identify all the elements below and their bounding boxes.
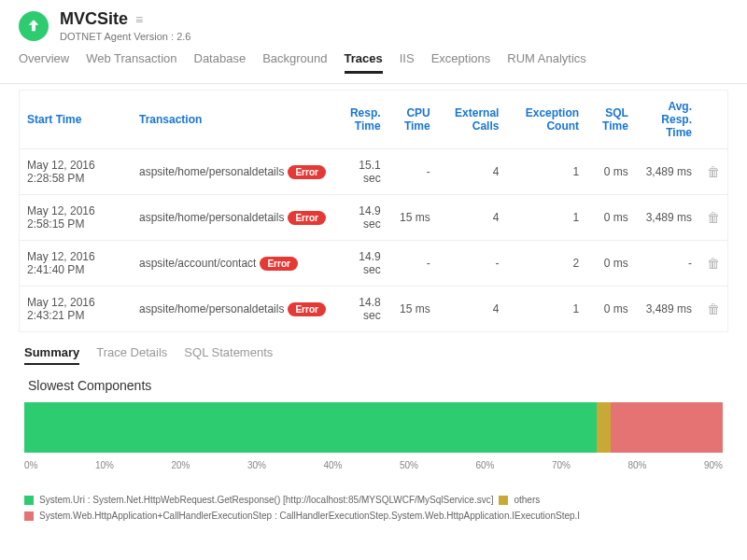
table-row[interactable]: May 12, 2016 2:41:40 PMaspsite/account/c… [20,241,727,287]
delete-icon[interactable]: 🗑 [707,164,720,179]
col-header[interactable]: CPU Time [388,91,438,149]
tick-label: 70% [552,460,571,470]
legend-swatch [499,496,508,505]
col-header[interactable]: Transaction [132,91,333,149]
error-badge: Error [288,165,325,179]
nav-rum-analytics[interactable]: RUM Analytics [507,51,586,74]
col-header[interactable]: Start Time [20,91,132,149]
app-icon [19,11,49,41]
tick-label: 30% [247,460,266,470]
main-nav: OverviewWeb TransactionDatabaseBackgroun… [0,46,747,84]
table-row[interactable]: May 12, 2016 2:58:15 PMaspsite/home/pers… [20,195,727,241]
tick-label: 0% [24,460,37,470]
error-badge: Error [260,257,297,271]
delete-icon[interactable]: 🗑 [707,301,720,316]
legend-swatch [24,511,34,521]
sub-tabs: SummaryTrace DetailsSQL Statements [0,332,747,374]
nav-web-transaction[interactable]: Web Transaction [86,51,176,74]
tick-label: 10% [95,460,114,470]
transaction-name: aspsite/home/personaldetails [139,165,284,178]
nav-overview[interactable]: Overview [19,51,69,74]
nav-traces[interactable]: Traces [345,51,383,74]
col-header[interactable]: Avg. Resp. Time [636,91,699,149]
legend-swatch [24,496,34,505]
tick-label: 50% [400,460,418,470]
sub-tab-trace-details[interactable]: Trace Details [96,345,167,365]
delete-icon[interactable]: 🗑 [707,256,720,271]
sub-tab-sql-statements[interactable]: SQL Statements [184,345,273,365]
table-row[interactable]: May 12, 2016 2:43:21 PMaspsite/home/pers… [20,287,727,332]
legend-label: System.Web.HttpApplication+CallHandlerEx… [39,511,580,521]
tick-label: 20% [171,460,190,470]
menu-icon[interactable]: ≡ [135,12,143,27]
stacked-bar [24,402,723,453]
sub-tab-summary[interactable]: Summary [24,345,79,365]
traces-table: Start TimeTransactionResp. TimeCPU TimeE… [20,91,727,331]
agent-version: DOTNET Agent Version : 2.6 [60,31,190,42]
col-header[interactable]: Exception Count [506,91,586,149]
x-axis-ticks: 0%10%20%30%40%50%60%70%80%90% [24,460,723,470]
transaction-name: aspsite/home/personaldetails [139,211,284,224]
tick-label: 80% [627,460,646,470]
error-badge: Error [288,211,325,225]
chart-legend: System.Uri : System.Net.HttpWebRequest.G… [0,485,747,536]
chart-area: 0%10%20%30%40%50%60%70%80%90% [0,402,747,485]
col-header[interactable]: External Calls [438,91,507,149]
delete-icon[interactable]: 🗑 [707,210,720,225]
nav-exceptions[interactable]: Exceptions [431,51,491,74]
nav-background[interactable]: Background [262,51,327,74]
tick-label: 40% [323,460,342,470]
nav-database[interactable]: Database [194,51,247,74]
tick-label: 60% [475,460,494,470]
nav-iis[interactable]: IIS [400,51,415,74]
bar-segment [24,402,597,453]
legend-label: System.Uri : System.Net.HttpWebRequest.G… [39,495,493,505]
col-header[interactable]: SQL Time [586,91,636,149]
table-row[interactable]: May 12, 2016 2:28:58 PMaspsite/home/pers… [20,149,727,195]
col-header[interactable]: Resp. Time [333,91,388,149]
page-title: MVCSite [60,9,128,29]
error-badge: Error [288,302,325,316]
traces-table-panel: Start TimeTransactionResp. TimeCPU TimeE… [19,90,728,332]
bar-segment [597,402,611,453]
tick-label: 90% [704,460,723,470]
transaction-name: aspsite/account/contact [139,257,256,270]
chart-title: Slowest Components [0,374,747,402]
bar-segment [611,402,723,453]
transaction-name: aspsite/home/personaldetails [139,302,284,315]
legend-label: others [514,495,540,505]
